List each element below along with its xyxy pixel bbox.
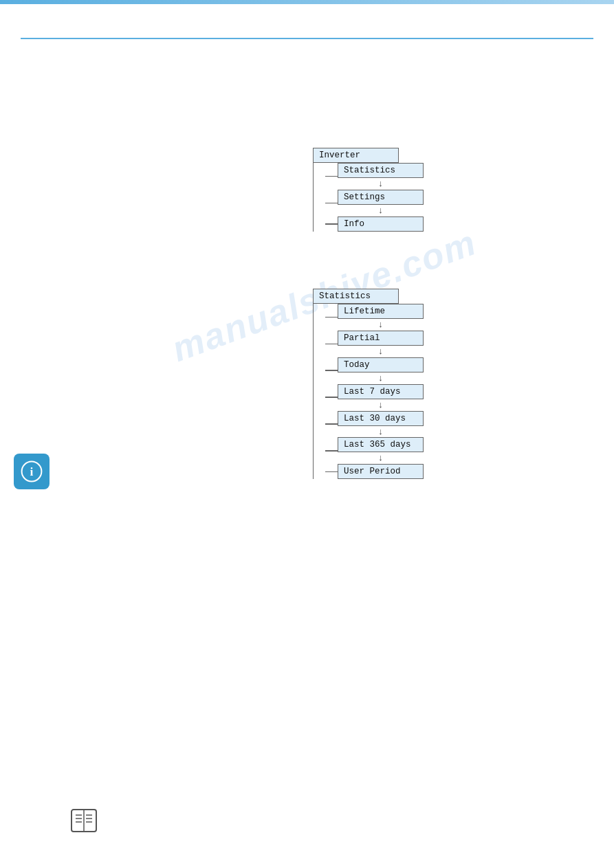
last30days-box: Last 30 days (338, 411, 424, 426)
userperiod-box: User Period (338, 464, 424, 479)
arrow-last7: ↓ (338, 399, 424, 411)
info-box: Info (338, 216, 424, 232)
book-icon (66, 803, 102, 838)
top-bar (0, 0, 614, 4)
statistics-diagram: Statistics Lifetime ↓ Partial (313, 289, 424, 479)
lifetime-box: Lifetime (338, 304, 424, 319)
top-line (21, 38, 593, 39)
arrow-statistics: ↓ (338, 178, 424, 190)
arrow-settings: ↓ (338, 205, 424, 216)
partial-box: Partial (338, 331, 424, 346)
arrow-last30: ↓ (338, 426, 424, 438)
today-box: Today (338, 357, 424, 372)
settings-box: Settings (338, 190, 424, 205)
arrow-last365: ↓ (338, 452, 424, 464)
inverter-root-box: Inverter (313, 148, 399, 163)
statistics-root-box: Statistics (313, 289, 399, 304)
arrow-lifetime: ↓ (338, 319, 424, 331)
arrow-today: ↓ (338, 372, 424, 384)
info-icon: i (14, 454, 50, 489)
last7days-box: Last 7 days (338, 384, 424, 399)
arrow-partial: ↓ (338, 346, 424, 357)
last365days-box: Last 365 days (338, 437, 424, 452)
statistics-box: Statistics (338, 163, 424, 178)
inverter-diagram: Inverter Statistics ↓ Settings (313, 148, 424, 232)
svg-text:i: i (30, 465, 34, 478)
